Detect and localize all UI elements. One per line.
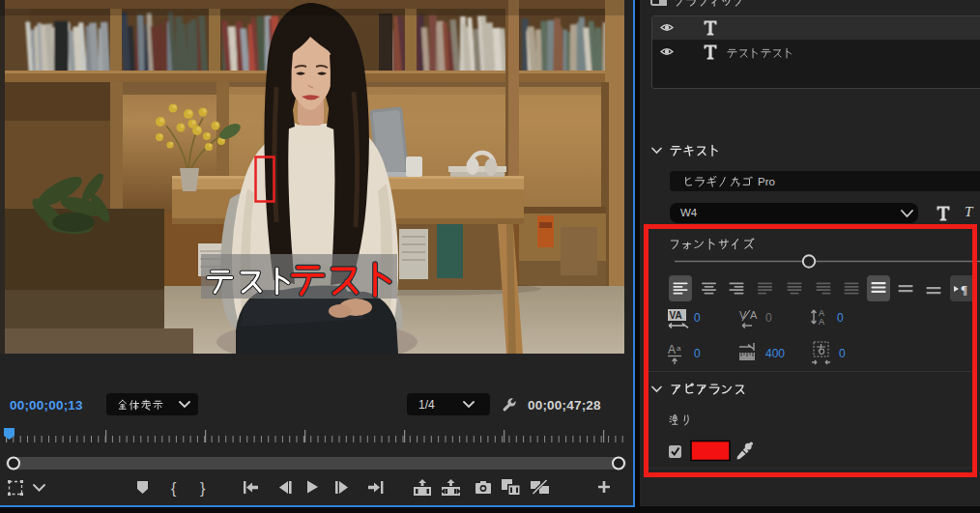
svg-text:}: } [200,480,206,497]
svg-text:{: { [171,480,177,497]
